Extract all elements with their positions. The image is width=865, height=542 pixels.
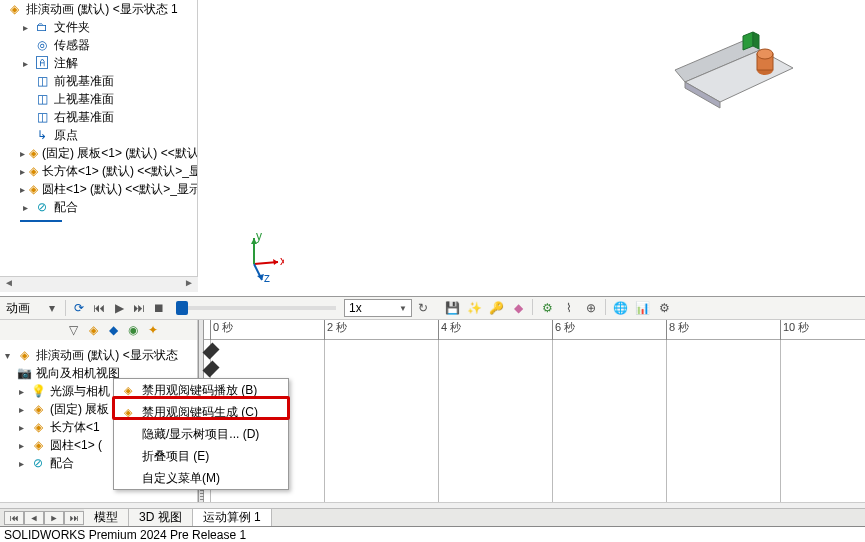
tree-item[interactable]: ◫上视基准面 [6, 90, 197, 108]
settings-button[interactable]: ⚙ [654, 299, 674, 317]
calculate-button[interactable]: ⟳ [70, 299, 88, 317]
tree-scrollbar[interactable]: ◄► [0, 276, 198, 292]
results-button[interactable]: 📊 [632, 299, 652, 317]
separator [605, 299, 606, 315]
menu-label: 隐藏/显示树项目... (D) [142, 426, 259, 443]
dropdown-icon[interactable]: ▾ [49, 301, 61, 315]
add-key-button[interactable]: ◆ [508, 299, 528, 317]
part-icon: ◈ [30, 437, 46, 453]
stop-button[interactable]: ⏹ [150, 299, 168, 317]
animation-type-label[interactable]: 动画 [2, 300, 47, 317]
expand-icon[interactable]: ▸ [16, 386, 26, 397]
scroll-left-icon[interactable]: ◄ [4, 277, 14, 292]
slider-thumb[interactable] [176, 301, 188, 315]
collapse-icon[interactable]: ▾ [2, 350, 12, 361]
part-icon: ◈ [29, 163, 38, 179]
tree-item[interactable]: ◎传感器 [6, 36, 197, 54]
expand-icon[interactable]: ▸ [16, 422, 26, 433]
key-gen-icon: ◈ [120, 404, 136, 420]
tree-item[interactable]: ↳原点 [6, 126, 197, 144]
tab-3dview[interactable]: 3D 视图 [129, 509, 193, 527]
expand-icon[interactable]: ▸ [16, 404, 26, 415]
menu-disable-generation[interactable]: ◈禁用观阅键码生成 (C) [114, 401, 288, 423]
expand-icon[interactable]: ▸ [20, 202, 30, 213]
keyframe[interactable] [203, 361, 220, 378]
tree-label: 前视基准面 [54, 73, 114, 90]
filter-selected-button[interactable]: ✦ [144, 321, 162, 339]
menu-disable-playback[interactable]: ◈禁用观阅键码播放 (B) [114, 379, 288, 401]
tree-item[interactable]: ▸🗀文件夹 [6, 18, 197, 36]
tree-label: 文件夹 [54, 19, 90, 36]
scroll-right-icon[interactable]: ► [184, 277, 194, 292]
timeline-filter-bar: ▽ ◈ ◆ ◉ ✦ [0, 320, 198, 340]
motor-button[interactable]: ⚙ [537, 299, 557, 317]
expand-icon[interactable]: ▸ [16, 458, 26, 469]
expand-icon[interactable]: ▸ [16, 440, 26, 451]
menu-customize[interactable]: 自定义菜单(M) [114, 467, 288, 489]
gridline [324, 340, 325, 504]
loop-button[interactable]: ↻ [414, 299, 432, 317]
keyframe[interactable] [203, 343, 220, 360]
part-icon: ◈ [29, 145, 38, 161]
tab-label: 运动算例 1 [203, 509, 261, 526]
tab-prev-button[interactable]: ◄ [24, 511, 44, 525]
expand-icon[interactable]: ▸ [20, 22, 30, 33]
expand-icon[interactable]: ▸ [20, 166, 25, 177]
blank-icon [120, 426, 136, 442]
filter-driven-button[interactable]: ◉ [124, 321, 142, 339]
gridline [438, 340, 439, 504]
contact-button[interactable]: ⊕ [581, 299, 601, 317]
tab-model[interactable]: 模型 [84, 509, 129, 527]
save-animation-button[interactable]: 💾 [442, 299, 462, 317]
menu-hide-show-tree[interactable]: 隐藏/显示树项目... (D) [114, 423, 288, 445]
plane-icon: ◫ [34, 109, 50, 125]
timeline-track-area[interactable] [204, 340, 865, 504]
time-tick: 6 秒 [552, 320, 575, 340]
expand-icon[interactable]: ▸ [20, 184, 25, 195]
tree-item[interactable]: ▸⊘配合 [6, 198, 197, 216]
timeline-ruler[interactable]: 0 秒 2 秒 4 秒 6 秒 8 秒 10 秒 [204, 320, 865, 340]
graphics-viewport[interactable]: x y z [198, 0, 865, 296]
menu-collapse-items[interactable]: 折叠项目 (E) [114, 445, 288, 467]
tree-label: 圆柱<1> (默认) <<默认>_显示状 [42, 181, 198, 198]
autokey-button[interactable]: 🔑 [486, 299, 506, 317]
filter-button[interactable]: ▽ [64, 321, 82, 339]
mate-icon: ⊘ [34, 199, 50, 215]
tree-item[interactable]: ▸◈(固定) 展板<1> (默认) <<默认>_ [6, 144, 197, 162]
play-start-button[interactable]: ⏮ [90, 299, 108, 317]
expand-icon[interactable]: ▸ [20, 148, 25, 159]
model-preview [665, 10, 805, 120]
gravity-button[interactable]: 🌐 [610, 299, 630, 317]
animation-wizard-button[interactable]: ✨ [464, 299, 484, 317]
expand-icon[interactable]: ▸ [20, 58, 30, 69]
playback-speed-combo[interactable]: 1x▼ [344, 299, 412, 317]
tree-item[interactable]: ◫前视基准面 [6, 72, 197, 90]
filter-parts-button[interactable]: ◈ [84, 321, 102, 339]
play-button[interactable]: ▶ [110, 299, 128, 317]
filter-keys-button[interactable]: ◆ [104, 321, 122, 339]
tree-item[interactable]: ◫右视基准面 [6, 108, 197, 126]
separator [65, 300, 66, 316]
menu-label: 自定义菜单(M) [142, 470, 220, 487]
tab-last-button[interactable]: ⏭ [64, 511, 84, 525]
svg-point-7 [757, 49, 773, 59]
spring-button[interactable]: ⌇ [559, 299, 579, 317]
tab-motion-study[interactable]: 运动算例 1 [193, 509, 272, 527]
motion-tree-root[interactable]: ▾◈排演动画 (默认) <显示状态 [2, 346, 197, 364]
svg-marker-4 [753, 32, 759, 49]
tree-item[interactable]: ▸🄰注解 [6, 54, 197, 72]
tab-next-button[interactable]: ► [44, 511, 64, 525]
view-tabs: ⏮ ◄ ► ⏭ 模型 3D 视图 运动算例 1 [0, 508, 865, 526]
time-slider[interactable] [176, 306, 336, 310]
tab-first-button[interactable]: ⏮ [4, 511, 24, 525]
time-tick: 8 秒 [666, 320, 689, 340]
tree-item[interactable]: ▸◈长方体<1> (默认) <<默认>_显示 [6, 162, 197, 180]
tree-item[interactable]: ▸◈圆柱<1> (默认) <<默认>_显示状 [6, 180, 197, 198]
tree-label: 原点 [54, 127, 78, 144]
tree-root[interactable]: ◈ 排演动画 (默认) <显示状态 1 [6, 0, 197, 18]
svg-marker-9 [273, 259, 278, 265]
feature-manager-tree[interactable]: ◈ 排演动画 (默认) <显示状态 1 ▸🗀文件夹 ◎传感器 ▸🄰注解 ◫前视基… [0, 0, 198, 290]
play-end-button[interactable]: ⏭ [130, 299, 148, 317]
plane-icon: ◫ [34, 91, 50, 107]
gridline [552, 340, 553, 504]
